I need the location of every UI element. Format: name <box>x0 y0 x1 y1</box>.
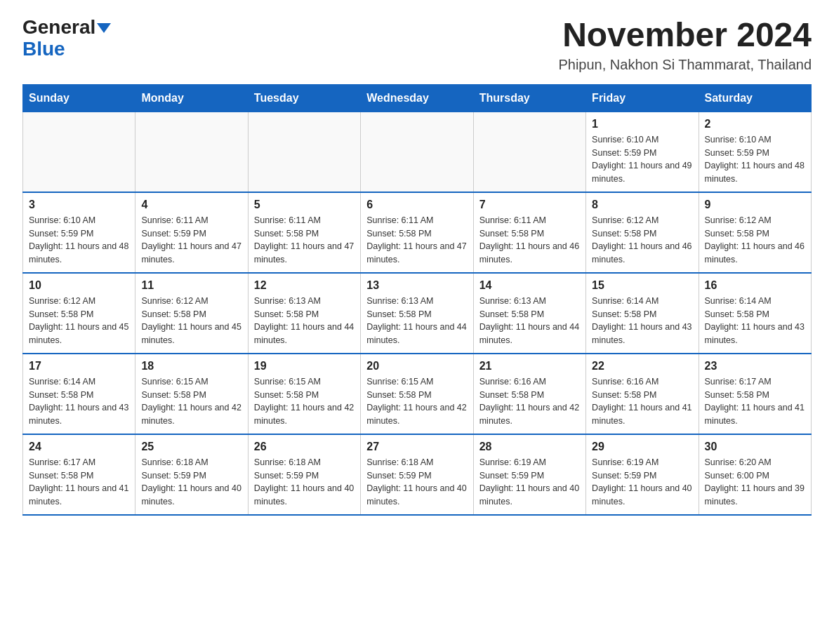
calendar-cell-w3-d4: 13Sunrise: 6:13 AMSunset: 5:58 PMDayligh… <box>361 273 473 354</box>
day-number: 28 <box>479 441 580 453</box>
day-info: Sunrise: 6:10 AMSunset: 5:59 PMDaylight:… <box>29 214 129 267</box>
day-info: Sunrise: 6:16 AMSunset: 5:58 PMDaylight:… <box>592 375 692 428</box>
day-number: 27 <box>366 441 467 453</box>
day-info: Sunrise: 6:12 AMSunset: 5:58 PMDaylight:… <box>705 214 805 267</box>
day-number: 15 <box>592 279 692 292</box>
day-info: Sunrise: 6:14 AMSunset: 5:58 PMDaylight:… <box>705 295 805 347</box>
day-number: 13 <box>366 279 467 292</box>
day-info: Sunrise: 6:11 AMSunset: 5:58 PMDaylight:… <box>254 214 355 267</box>
day-info: Sunrise: 6:13 AMSunset: 5:58 PMDaylight:… <box>254 295 355 347</box>
calendar-cell-w5-d3: 26Sunrise: 6:18 AMSunset: 5:59 PMDayligh… <box>248 434 360 515</box>
day-info: Sunrise: 6:15 AMSunset: 5:58 PMDaylight:… <box>141 375 241 428</box>
calendar-cell-w4-d6: 22Sunrise: 6:16 AMSunset: 5:58 PMDayligh… <box>586 354 699 434</box>
logo-general-text: General <box>22 16 95 38</box>
day-number: 30 <box>705 441 805 453</box>
calendar-cell-w4-d2: 18Sunrise: 6:15 AMSunset: 5:58 PMDayligh… <box>135 354 248 434</box>
calendar-cell-w5-d6: 29Sunrise: 6:19 AMSunset: 5:59 PMDayligh… <box>586 434 699 515</box>
calendar-cell-w1-d5 <box>473 112 585 192</box>
day-number: 20 <box>366 360 467 373</box>
day-info: Sunrise: 6:14 AMSunset: 5:58 PMDaylight:… <box>592 295 692 347</box>
calendar-table: Sunday Monday Tuesday Wednesday Thursday… <box>22 84 812 516</box>
calendar-week-3: 10Sunrise: 6:12 AMSunset: 5:58 PMDayligh… <box>23 273 812 354</box>
day-number: 19 <box>254 360 355 373</box>
location-subtitle: Phipun, Nakhon Si Thammarat, Thailand <box>558 57 812 73</box>
day-number: 11 <box>141 279 241 292</box>
day-number: 14 <box>479 279 580 292</box>
day-number: 12 <box>254 279 355 292</box>
day-number: 4 <box>141 199 241 211</box>
logo-blue-text: Blue <box>22 38 65 60</box>
calendar-cell-w3-d6: 15Sunrise: 6:14 AMSunset: 5:58 PMDayligh… <box>586 273 699 354</box>
calendar-cell-w5-d1: 24Sunrise: 6:17 AMSunset: 5:58 PMDayligh… <box>23 434 135 515</box>
calendar-week-1: 1Sunrise: 6:10 AMSunset: 5:59 PMDaylight… <box>23 112 812 192</box>
day-number: 10 <box>29 279 129 292</box>
calendar-cell-w2-d4: 6Sunrise: 6:11 AMSunset: 5:58 PMDaylight… <box>361 192 473 273</box>
day-info: Sunrise: 6:18 AMSunset: 5:59 PMDaylight:… <box>141 456 241 509</box>
calendar-cell-w5-d4: 27Sunrise: 6:18 AMSunset: 5:59 PMDayligh… <box>361 434 473 515</box>
day-number: 1 <box>592 118 692 130</box>
day-number: 29 <box>592 441 692 453</box>
day-info: Sunrise: 6:20 AMSunset: 6:00 PMDaylight:… <box>705 456 805 509</box>
calendar-cell-w2-d3: 5Sunrise: 6:11 AMSunset: 5:58 PMDaylight… <box>248 192 360 273</box>
day-number: 7 <box>479 199 580 211</box>
calendar-cell-w1-d2 <box>135 112 248 192</box>
logo-triangle-icon <box>97 23 111 33</box>
month-title: November 2024 <box>558 17 812 54</box>
calendar-cell-w2-d1: 3Sunrise: 6:10 AMSunset: 5:59 PMDaylight… <box>23 192 135 273</box>
day-info: Sunrise: 6:15 AMSunset: 5:58 PMDaylight:… <box>366 375 467 428</box>
calendar-cell-w1-d7: 2Sunrise: 6:10 AMSunset: 5:59 PMDaylight… <box>699 112 811 192</box>
day-number: 8 <box>592 199 692 211</box>
day-number: 5 <box>254 199 355 211</box>
col-tuesday: Tuesday <box>248 84 360 112</box>
calendar-week-4: 17Sunrise: 6:14 AMSunset: 5:58 PMDayligh… <box>23 354 812 434</box>
day-info: Sunrise: 6:12 AMSunset: 5:58 PMDaylight:… <box>592 214 692 267</box>
calendar-cell-w2-d5: 7Sunrise: 6:11 AMSunset: 5:58 PMDaylight… <box>473 192 585 273</box>
logo-general-row: General <box>22 17 111 39</box>
day-info: Sunrise: 6:19 AMSunset: 5:59 PMDaylight:… <box>592 456 692 509</box>
day-number: 26 <box>254 441 355 453</box>
day-info: Sunrise: 6:18 AMSunset: 5:59 PMDaylight:… <box>254 456 355 509</box>
calendar-cell-w2-d7: 9Sunrise: 6:12 AMSunset: 5:58 PMDaylight… <box>699 192 811 273</box>
calendar-cell-w4-d5: 21Sunrise: 6:16 AMSunset: 5:58 PMDayligh… <box>473 354 585 434</box>
calendar-cell-w4-d4: 20Sunrise: 6:15 AMSunset: 5:58 PMDayligh… <box>361 354 473 434</box>
day-number: 24 <box>29 441 129 453</box>
day-info: Sunrise: 6:11 AMSunset: 5:58 PMDaylight:… <box>366 214 467 267</box>
day-info: Sunrise: 6:13 AMSunset: 5:58 PMDaylight:… <box>479 295 580 347</box>
day-number: 3 <box>29 199 129 211</box>
col-saturday: Saturday <box>699 84 811 112</box>
calendar-header-row: Sunday Monday Tuesday Wednesday Thursday… <box>23 84 812 112</box>
calendar-cell-w1-d6: 1Sunrise: 6:10 AMSunset: 5:59 PMDaylight… <box>586 112 699 192</box>
day-number: 6 <box>366 199 467 211</box>
calendar-cell-w5-d5: 28Sunrise: 6:19 AMSunset: 5:59 PMDayligh… <box>473 434 585 515</box>
day-number: 21 <box>479 360 580 373</box>
calendar-cell-w1-d4 <box>361 112 473 192</box>
calendar-cell-w3-d1: 10Sunrise: 6:12 AMSunset: 5:58 PMDayligh… <box>23 273 135 354</box>
logo: General Blue <box>22 17 111 60</box>
day-info: Sunrise: 6:16 AMSunset: 5:58 PMDaylight:… <box>479 375 580 428</box>
calendar-cell-w2-d2: 4Sunrise: 6:11 AMSunset: 5:59 PMDaylight… <box>135 192 248 273</box>
day-info: Sunrise: 6:17 AMSunset: 5:58 PMDaylight:… <box>705 375 805 428</box>
day-number: 2 <box>705 118 805 130</box>
day-number: 18 <box>141 360 241 373</box>
day-number: 9 <box>705 199 805 211</box>
day-number: 25 <box>141 441 241 453</box>
day-info: Sunrise: 6:15 AMSunset: 5:58 PMDaylight:… <box>254 375 355 428</box>
day-number: 17 <box>29 360 129 373</box>
page-header: General Blue November 2024 Phipun, Nakho… <box>22 17 812 73</box>
col-sunday: Sunday <box>23 84 135 112</box>
calendar-cell-w3-d5: 14Sunrise: 6:13 AMSunset: 5:58 PMDayligh… <box>473 273 585 354</box>
calendar-cell-w5-d2: 25Sunrise: 6:18 AMSunset: 5:59 PMDayligh… <box>135 434 248 515</box>
col-monday: Monday <box>135 84 248 112</box>
calendar-cell-w4-d7: 23Sunrise: 6:17 AMSunset: 5:58 PMDayligh… <box>699 354 811 434</box>
calendar-cell-w4-d3: 19Sunrise: 6:15 AMSunset: 5:58 PMDayligh… <box>248 354 360 434</box>
calendar-cell-w3-d2: 11Sunrise: 6:12 AMSunset: 5:58 PMDayligh… <box>135 273 248 354</box>
col-wednesday: Wednesday <box>361 84 473 112</box>
day-number: 23 <box>705 360 805 373</box>
calendar-week-5: 24Sunrise: 6:17 AMSunset: 5:58 PMDayligh… <box>23 434 812 515</box>
day-info: Sunrise: 6:10 AMSunset: 5:59 PMDaylight:… <box>705 133 805 186</box>
col-thursday: Thursday <box>473 84 585 112</box>
calendar-cell-w1-d1 <box>23 112 135 192</box>
day-number: 22 <box>592 360 692 373</box>
day-info: Sunrise: 6:12 AMSunset: 5:58 PMDaylight:… <box>141 295 241 347</box>
calendar-cell-w3-d3: 12Sunrise: 6:13 AMSunset: 5:58 PMDayligh… <box>248 273 360 354</box>
